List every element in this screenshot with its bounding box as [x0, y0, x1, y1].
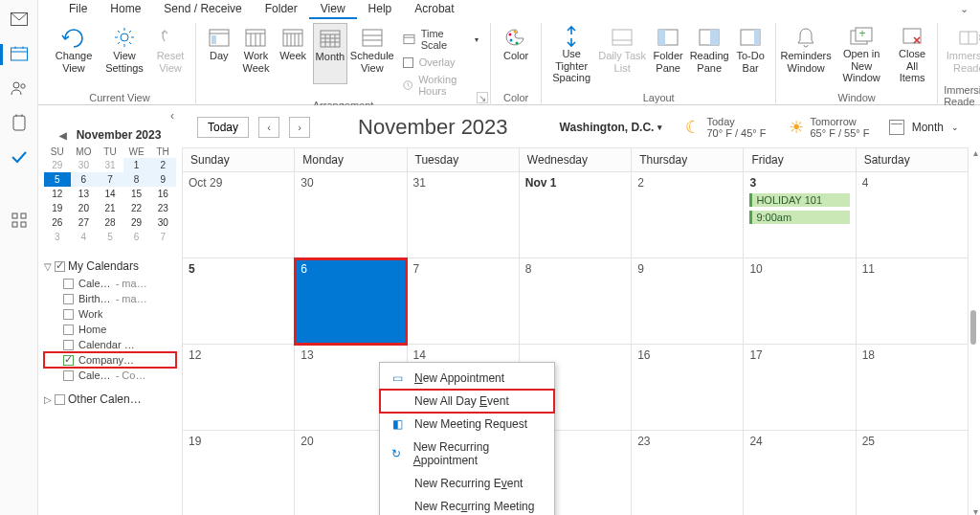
- my-calendars-header[interactable]: ▽My Calendars: [44, 259, 176, 273]
- calendar-event[interactable]: HOLIDAY 101: [749, 193, 849, 207]
- change-view-button[interactable]: Change View: [50, 23, 98, 84]
- day-cell[interactable]: 25: [856, 431, 968, 516]
- svg-rect-11: [21, 213, 26, 218]
- context-menu-item[interactable]: New Recurring Meeting: [380, 495, 554, 515]
- tasks-icon[interactable]: [11, 149, 28, 165]
- view-settings-button[interactable]: View Settings: [100, 23, 148, 84]
- day-cell[interactable]: Oct 29: [183, 172, 295, 258]
- day-cell[interactable]: 7: [407, 258, 519, 345]
- folder-pane-button[interactable]: Folder Pane: [649, 23, 687, 84]
- people-icon[interactable]: [11, 80, 28, 96]
- svg-point-14: [121, 34, 128, 41]
- today-button[interactable]: Today: [197, 117, 249, 138]
- color-button[interactable]: Color: [497, 23, 535, 84]
- todo-bar-button[interactable]: To-Do Bar: [731, 23, 769, 84]
- calendar-list-item[interactable]: Calendar (T…: [44, 337, 176, 352]
- month-grid[interactable]: SundayMondayTuesdayWednesdayThursdayFrid…: [182, 147, 969, 515]
- calendar-list-item[interactable]: Cale… - Co…: [44, 368, 176, 383]
- day-cell[interactable]: 9: [632, 258, 744, 345]
- day-cell[interactable]: 12: [183, 345, 295, 431]
- calendar-list-item[interactable]: Work: [44, 306, 176, 322]
- more-apps-icon[interactable]: [11, 213, 28, 228]
- calendar-list-item[interactable]: Home: [44, 322, 176, 337]
- calendar-list-item[interactable]: Birth… - ma…: [44, 291, 176, 306]
- menu-acrobat[interactable]: Acrobat: [403, 0, 465, 19]
- weather-location[interactable]: Washington, D.C.▾: [560, 121, 663, 134]
- calendar-list-item[interactable]: Company…: [44, 352, 176, 368]
- close-all-items-button[interactable]: Close All Items: [893, 23, 931, 84]
- svg-rect-31: [283, 30, 302, 46]
- context-menu-item[interactable]: New Recurring Event: [380, 472, 554, 495]
- day-cell[interactable]: 30: [295, 172, 407, 258]
- date-nav-prev[interactable]: ◀: [59, 130, 67, 141]
- schedule-view-button[interactable]: Schedule View: [350, 23, 394, 84]
- context-menu-item[interactable]: ▭New Appointment: [380, 367, 554, 390]
- scrollbar-thumb[interactable]: [970, 310, 976, 345]
- day-cell[interactable]: 16: [632, 345, 744, 431]
- menu-folder[interactable]: Folder: [254, 0, 309, 19]
- svg-point-6: [20, 84, 24, 88]
- svg-rect-59: [710, 30, 719, 45]
- tighter-spacing-button[interactable]: Use Tighter Spacing: [547, 23, 595, 84]
- nav-collapse-icon[interactable]: ‹: [170, 109, 174, 123]
- day-cell[interactable]: 4: [856, 172, 968, 258]
- date-navigator[interactable]: SUMOTUWETH293031125678912131415161920212…: [44, 146, 176, 244]
- day-cell[interactable]: 8: [519, 258, 631, 345]
- working-hours-button[interactable]: Working Hours: [397, 71, 484, 100]
- day-cell[interactable]: 31: [407, 172, 519, 258]
- notes-icon[interactable]: [11, 115, 28, 130]
- svg-rect-7: [13, 116, 25, 130]
- svg-text:+: +: [859, 27, 866, 40]
- svg-rect-57: [658, 30, 665, 45]
- ribbon: Change View View Settings Reset View Cur…: [38, 19, 980, 105]
- next-period-button[interactable]: ›: [289, 117, 310, 138]
- menu-view[interactable]: View: [309, 0, 357, 19]
- day-cell[interactable]: 23: [632, 431, 744, 516]
- ribbon-collapse-icon[interactable]: ⌄: [960, 0, 969, 19]
- menu-help[interactable]: Help: [357, 0, 404, 19]
- day-cell[interactable]: 24: [744, 431, 856, 516]
- open-new-window-button[interactable]: +Open in New Window: [833, 23, 890, 84]
- day-cell[interactable]: 18: [856, 345, 968, 431]
- day-cell[interactable]: 6: [295, 258, 407, 345]
- day-cell[interactable]: 19: [183, 431, 295, 516]
- menu-sendreceive[interactable]: Send / Receive: [152, 0, 253, 19]
- overlay-button[interactable]: Overlay: [397, 54, 484, 71]
- week-button[interactable]: Week: [276, 23, 310, 84]
- mail-icon[interactable]: [11, 11, 28, 27]
- svg-line-21: [118, 42, 120, 44]
- scroll-down-icon[interactable]: ▾: [973, 506, 978, 515]
- day-button[interactable]: Day: [202, 23, 236, 84]
- moon-icon: ☾: [685, 117, 701, 138]
- prev-period-button[interactable]: ‹: [258, 117, 279, 138]
- calendar-icon[interactable]: [11, 46, 28, 61]
- context-menu-item[interactable]: New All Day Event: [380, 390, 554, 413]
- day-cell[interactable]: 17: [744, 345, 856, 431]
- reminders-window-button[interactable]: Reminders Window: [782, 23, 830, 84]
- context-menu: ▭New AppointmentNew All Day Event◧New Me…: [379, 362, 555, 515]
- calendar-view: Today ‹ › November 2023 Washington, D.C.…: [182, 105, 969, 515]
- work-week-button[interactable]: Work Week: [239, 23, 274, 84]
- day-cell[interactable]: Nov 1: [519, 172, 631, 258]
- arrangement-dialog-launcher[interactable]: ↘: [477, 92, 488, 103]
- menu-home[interactable]: Home: [99, 0, 152, 19]
- svg-point-50: [509, 34, 512, 36]
- day-cell[interactable]: 10: [744, 258, 856, 345]
- calendar-list-item[interactable]: Cale… - ma…: [44, 276, 176, 291]
- context-menu-item[interactable]: ↻New Recurring Appointment: [380, 436, 554, 472]
- day-cell[interactable]: 3HOLIDAY 1019:00am: [744, 172, 856, 258]
- view-switcher[interactable]: Month⌄: [889, 120, 959, 135]
- svg-line-19: [118, 31, 120, 33]
- svg-line-22: [129, 31, 131, 33]
- day-cell[interactable]: 2: [632, 172, 744, 258]
- time-scale-button[interactable]: Time Scale▾: [397, 25, 484, 54]
- day-cell[interactable]: 11: [856, 258, 968, 345]
- scroll-up-icon[interactable]: ▴: [973, 147, 978, 158]
- menu-file[interactable]: File: [57, 0, 99, 19]
- month-button[interactable]: Month: [313, 23, 347, 84]
- day-cell[interactable]: 5: [183, 258, 295, 345]
- reading-pane-button[interactable]: Reading Pane: [690, 23, 728, 84]
- context-menu-item[interactable]: ◧New Meeting Request: [380, 413, 554, 436]
- calendar-event[interactable]: 9:00am: [749, 211, 849, 224]
- other-calendars-header[interactable]: ▷Other Calen…: [44, 392, 176, 406]
